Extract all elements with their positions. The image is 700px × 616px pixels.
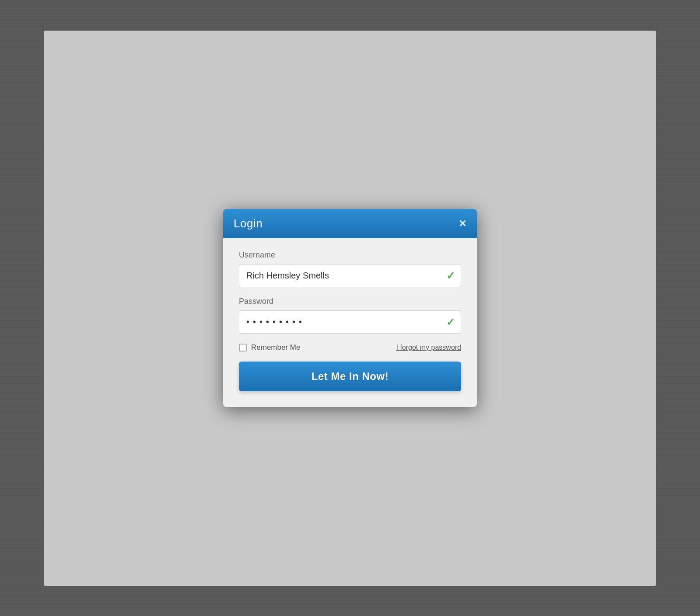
remember-me-text: Remember Me — [251, 343, 300, 352]
remember-me-checkbox[interactable] — [239, 344, 247, 352]
login-dialog: Login ✕ Username ✓ Password ✓ — [223, 209, 477, 407]
username-valid-icon: ✓ — [446, 270, 455, 282]
remember-me-label[interactable]: Remember Me — [239, 343, 300, 352]
password-input[interactable] — [239, 310, 461, 334]
options-row: Remember Me I forgot my password — [239, 343, 461, 352]
password-valid-icon: ✓ — [446, 316, 455, 328]
close-button[interactable]: ✕ — [458, 219, 466, 229]
dialog-title: Login — [234, 217, 262, 230]
page-background: Login ✕ Username ✓ Password ✓ — [44, 31, 656, 586]
forgot-password-link[interactable]: I forgot my password — [396, 344, 462, 352]
username-label: Username — [239, 251, 461, 260]
password-field-group: Password ✓ — [239, 297, 461, 334]
username-field-group: Username ✓ — [239, 251, 461, 287]
password-input-wrapper: ✓ — [239, 310, 461, 334]
username-input-wrapper: ✓ — [239, 264, 461, 287]
password-label: Password — [239, 297, 461, 306]
dialog-header: Login ✕ — [223, 209, 477, 238]
username-input[interactable] — [239, 264, 461, 287]
dialog-body: Username ✓ Password ✓ Remember Me I f — [223, 238, 477, 407]
submit-button[interactable]: Let Me In Now! — [239, 362, 461, 391]
